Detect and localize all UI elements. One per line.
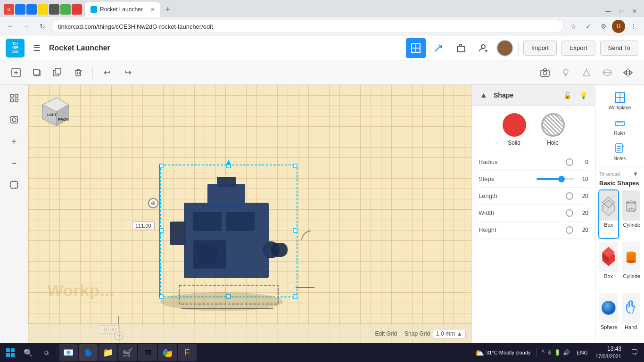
view-cube[interactable]: LEFT FRON xyxy=(33,90,74,132)
send-to-button[interactable]: Send To xyxy=(600,41,638,56)
mirror-button[interactable] xyxy=(619,64,636,81)
start-button[interactable] xyxy=(2,344,19,361)
shape-card-cylinder-orange[interactable]: Cylinder xyxy=(621,241,642,290)
camera-button[interactable] xyxy=(537,64,553,81)
notes-tab[interactable]: Notes xyxy=(598,140,642,164)
bulb-button[interactable] xyxy=(557,64,574,81)
system-tray: ⛅ 31°C Mostly cloudy ^ 🖥 🔋 🔊 ENG 13:43 1… xyxy=(472,344,642,361)
search-button-taskbar[interactable]: 🔍 xyxy=(20,344,37,361)
delete-button[interactable] xyxy=(70,64,87,81)
shape-btn-2[interactable] xyxy=(599,64,616,81)
menu-button[interactable]: ⋮ xyxy=(627,20,640,33)
workplane-tab[interactable]: Workplane xyxy=(598,89,642,113)
svg-marker-51 xyxy=(226,159,231,165)
minimize-button[interactable]: ─ xyxy=(603,6,614,17)
length-row: Length 20 xyxy=(479,188,588,205)
pickaxe-button[interactable] xyxy=(429,38,448,58)
weather-text: 31°C Mostly cloudy xyxy=(486,350,530,355)
steps-row: Steps 10 xyxy=(479,171,588,188)
steps-slider-track[interactable] xyxy=(537,178,574,180)
copy-button[interactable] xyxy=(28,64,45,81)
bookmark-button[interactable]: ☆ xyxy=(567,20,580,33)
taskbar-store[interactable]: 🛒 xyxy=(118,344,137,361)
hole-shape-option[interactable]: Hole xyxy=(541,113,565,146)
shape-card-box-red[interactable]: Box xyxy=(598,241,619,290)
lightbulb-icon-button[interactable]: 💡 xyxy=(577,89,589,101)
ruler-tab[interactable]: Ruler xyxy=(598,114,642,139)
time-display: 13:43 xyxy=(595,345,621,353)
width-knob[interactable] xyxy=(566,209,573,217)
briefcase-button[interactable] xyxy=(451,38,471,58)
tab-close-icon[interactable]: × xyxy=(151,6,155,13)
length-knob[interactable] xyxy=(566,192,573,200)
taskbar-edge[interactable] xyxy=(79,344,98,361)
shape-card-box-striped[interactable]: ☆ Box xyxy=(598,189,619,239)
extension-button-1[interactable]: ✓ xyxy=(582,20,595,33)
new-shape-button[interactable] xyxy=(8,64,25,81)
shape-card-cylinder-striped[interactable]: Cylinder xyxy=(621,189,642,239)
address-bar[interactable]: tinkercad.com/things/cCE3HiNw2dO-rocket-… xyxy=(52,20,564,33)
steps-slider-thumb[interactable] xyxy=(558,176,565,182)
tab-favicon-6[interactable] xyxy=(60,4,71,15)
svg-rect-30 xyxy=(15,94,18,97)
close-button[interactable]: × xyxy=(629,6,640,17)
weather-widget[interactable]: ⛅ 31°C Mostly cloudy xyxy=(472,348,533,357)
taskbar-fusion[interactable]: F xyxy=(178,344,197,361)
taskbar-chrome[interactable] xyxy=(158,344,177,361)
maximize-button[interactable]: ▭ xyxy=(616,6,627,17)
lock-icon-button[interactable]: 🔓 xyxy=(561,89,573,101)
tab-favicon-5[interactable] xyxy=(49,4,59,15)
svg-rect-62 xyxy=(184,203,269,278)
frame-button[interactable] xyxy=(5,175,24,194)
shapes-dropdown-button[interactable]: ▼ xyxy=(631,169,640,179)
system-icons-button[interactable]: ^ 🖥 🔋 🔊 xyxy=(540,349,572,356)
taskbar-files[interactable]: 📁 xyxy=(99,344,117,361)
svg-rect-98 xyxy=(6,353,10,357)
user-profile-avatar[interactable] xyxy=(496,40,513,57)
taskbar-mail2[interactable]: ✉ xyxy=(138,344,157,361)
radius-knob[interactable] xyxy=(566,158,573,166)
zoom-out-button[interactable]: − xyxy=(5,154,24,173)
left-sidebar: + − xyxy=(0,85,28,343)
viewport[interactable]: Workp... LEFT FRON xyxy=(28,85,471,343)
tinkercad-logo[interactable]: TINKERCAD xyxy=(6,39,25,58)
shape-card-sphere-blue[interactable]: Sphere xyxy=(598,292,619,341)
solid-shape-option[interactable]: Solid xyxy=(503,113,526,146)
add-user-button[interactable] xyxy=(474,38,494,58)
active-tab[interactable]: Rocket Launcher × xyxy=(85,2,160,17)
workplane-view-button[interactable] xyxy=(406,38,426,58)
forward-button[interactable]: → xyxy=(20,20,33,33)
export-button[interactable]: Export xyxy=(561,41,595,56)
tab-favicon-3[interactable] xyxy=(26,4,37,15)
notification-button[interactable]: 🗨 xyxy=(627,344,642,361)
rotation-handle[interactable]: ⊕ xyxy=(148,198,158,208)
tab-favicon-4[interactable] xyxy=(38,4,48,15)
height-knob[interactable] xyxy=(566,226,573,234)
redo-button[interactable]: ↪ xyxy=(119,64,136,81)
fit-view-button[interactable] xyxy=(5,89,24,107)
duplicate-button[interactable] xyxy=(49,64,66,81)
taskbar-mail[interactable]: 📧 xyxy=(59,344,78,361)
user-avatar[interactable]: U xyxy=(612,20,625,33)
snap-grid-select[interactable]: 1.0 mm ▲ xyxy=(433,329,466,338)
shape-btn-1[interactable] xyxy=(578,64,595,81)
extension-button-2[interactable]: ⚙ xyxy=(597,20,610,33)
collapse-panel-button[interactable]: ▲ xyxy=(478,89,490,101)
tab-favicon-1[interactable]: G xyxy=(4,4,14,15)
zoom-in-button[interactable]: + xyxy=(5,132,24,151)
undo-button[interactable]: ↩ xyxy=(99,64,116,81)
new-tab-button[interactable]: + xyxy=(161,3,174,16)
menu-icon-button[interactable]: ☰ xyxy=(29,41,44,56)
tinkercad-brand-label: Tinkercad ▼ xyxy=(599,169,640,179)
clock-widget[interactable]: 13:43 17/08/2021 xyxy=(593,345,624,360)
svg-point-87 xyxy=(626,201,636,204)
tab-favicon-7[interactable] xyxy=(72,4,82,15)
shape-card-hand[interactable]: Hand xyxy=(621,292,642,341)
edit-grid-button[interactable]: Edit Grid xyxy=(375,330,397,337)
tab-favicon-2[interactable] xyxy=(15,4,25,15)
refresh-button[interactable]: ↻ xyxy=(36,20,49,33)
import-button[interactable]: Import xyxy=(523,41,557,56)
task-view-button[interactable]: ⧉ xyxy=(38,344,55,361)
back-button[interactable]: ← xyxy=(4,20,17,33)
home-view-button[interactable] xyxy=(5,110,24,129)
